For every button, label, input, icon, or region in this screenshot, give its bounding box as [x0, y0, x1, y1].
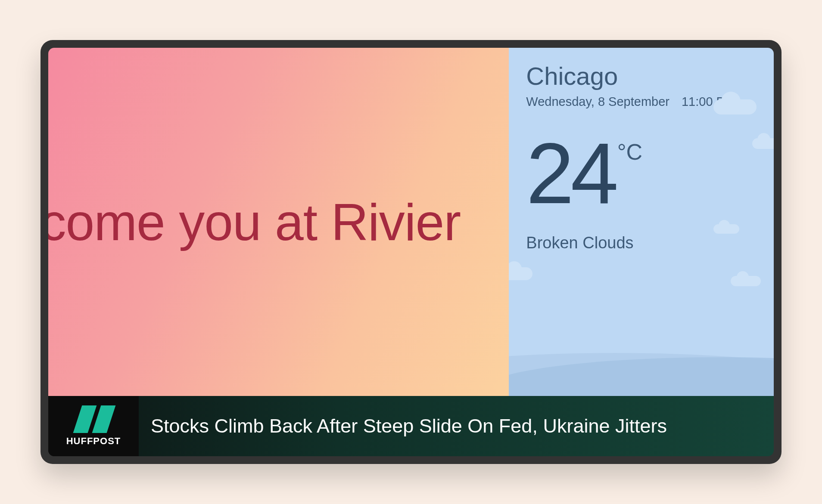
cloud-icon [713, 224, 739, 234]
ticker-headline: Stocks Climb Back After Steep Slide On F… [139, 415, 774, 437]
news-ticker: HUFFPOST Stocks Climb Back After Steep S… [48, 396, 774, 456]
screen-content: elcome you at Rivier Chicago Wednesday, … [48, 48, 774, 456]
hills-decoration [509, 318, 774, 396]
weather-condition: Broken Clouds [526, 234, 757, 252]
cloud-icon [731, 276, 761, 286]
weather-unit: °C [617, 139, 642, 165]
weather-temperature: 24 [526, 135, 615, 212]
weather-temperature-wrap: 24 °C [526, 135, 757, 212]
cloud-icon [509, 267, 532, 280]
weather-date: Wednesday, 8 September [526, 95, 669, 109]
welcome-panel: elcome you at Rivier [48, 48, 509, 396]
huffpost-icon [74, 405, 113, 433]
cloud-icon [752, 138, 774, 149]
weather-panel: Chicago Wednesday, 8 September 11:00 PM … [509, 48, 774, 396]
cloud-icon [713, 99, 757, 114]
ticker-logo: HUFFPOST [48, 396, 139, 456]
huffpost-label: HUFFPOST [66, 436, 121, 447]
display-screen: elcome you at Rivier Chicago Wednesday, … [40, 40, 782, 464]
top-area: elcome you at Rivier Chicago Wednesday, … [48, 48, 774, 396]
weather-city: Chicago [526, 62, 757, 90]
welcome-message: elcome you at Rivier [48, 192, 461, 252]
